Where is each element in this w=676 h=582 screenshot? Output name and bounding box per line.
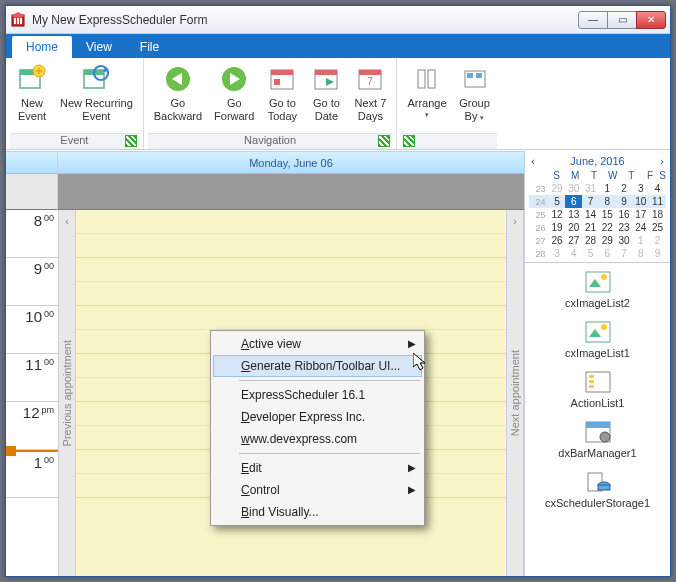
dialog-launcher-icon[interactable] (403, 135, 415, 147)
calendar-day[interactable]: 13 (565, 208, 582, 221)
mini-calendar[interactable]: ‹ June, 2016 › SMTWTFS 23293031123424567… (525, 151, 670, 263)
arrow-right-icon (218, 63, 250, 95)
svg-rect-33 (586, 322, 610, 342)
groupby-button[interactable]: Group By ▾ (453, 61, 497, 133)
group-icon (459, 63, 491, 95)
time-ruler: 800 900 1000 1100 12pm 100 (6, 210, 58, 576)
go-date-button[interactable]: Go to Date (304, 61, 348, 133)
cal-prev-icon[interactable]: ‹ (531, 155, 541, 167)
calendar-day[interactable]: 20 (565, 221, 582, 234)
calendar-day[interactable]: 3 (549, 247, 566, 260)
calendar-week-icon: 7 (354, 63, 386, 95)
calendar-day[interactable]: 6 (599, 247, 616, 260)
tab-home[interactable]: Home (12, 36, 72, 58)
calendar-day[interactable]: 8 (599, 195, 616, 208)
calendar-day[interactable]: 31 (582, 182, 599, 195)
calendar-day[interactable]: 9 (649, 247, 666, 260)
go-forward-button[interactable]: Go Forward (208, 61, 260, 133)
calendar-day[interactable]: 17 (632, 208, 649, 221)
component-item[interactable]: cxImageList2 (525, 269, 670, 309)
ribbon-group-event: New Event New Recurring Event Event (6, 58, 144, 149)
menu-item[interactable]: Control▶ (213, 479, 422, 501)
calendar-day[interactable]: 7 (616, 247, 633, 260)
next-appointment-button[interactable]: › Next appointment (506, 210, 524, 576)
calendar-day[interactable]: 1 (599, 182, 616, 195)
calendar-day[interactable]: 18 (649, 208, 666, 221)
menu-item[interactable]: Developer Express Inc. (213, 406, 422, 428)
tab-file[interactable]: File (126, 36, 173, 58)
calendar-day[interactable]: 29 (599, 234, 616, 247)
calendar-day[interactable]: 22 (599, 221, 616, 234)
menu-item[interactable]: www.devexpress.com (213, 428, 422, 450)
calendar-recurring-icon (80, 63, 112, 95)
storage-icon (584, 469, 612, 495)
calendar-day[interactable]: 4 (565, 247, 582, 260)
calendar-day[interactable]: 30 (616, 234, 633, 247)
day-header[interactable]: Monday, June 06 (58, 152, 524, 174)
calendar-day[interactable]: 21 (582, 221, 599, 234)
calendar-day[interactable]: 2 (649, 234, 666, 247)
component-item[interactable]: cxSchedulerStorage1 (525, 469, 670, 509)
arrange-button[interactable]: Arrange ▾ (401, 61, 452, 133)
menu-item[interactable]: Active view▶ (213, 333, 422, 355)
maximize-button[interactable]: ▭ (607, 11, 637, 29)
calendar-day[interactable]: 29 (549, 182, 566, 195)
dialog-launcher-icon[interactable] (378, 135, 390, 147)
calendar-day[interactable]: 5 (582, 247, 599, 260)
go-today-button[interactable]: Go to Today (260, 61, 304, 133)
go-backward-button[interactable]: Go Backward (148, 61, 208, 133)
svg-rect-29 (476, 73, 482, 78)
dialog-launcher-icon[interactable] (125, 135, 137, 147)
tab-view[interactable]: View (72, 36, 126, 58)
calendar-day[interactable]: 2 (616, 182, 633, 195)
calendar-day[interactable]: 23 (616, 221, 633, 234)
ribbon-group-label-arrange (401, 133, 496, 149)
component-item[interactable]: ActionList1 (525, 369, 670, 409)
menu-item[interactable]: Bind Visually... (213, 501, 422, 523)
calendar-day[interactable]: 1 (632, 234, 649, 247)
calendar-day[interactable]: 15 (599, 208, 616, 221)
new-recurring-button[interactable]: New Recurring Event (54, 61, 139, 133)
calendar-day[interactable]: 3 (632, 182, 649, 195)
calendar-day[interactable]: 26 (549, 234, 566, 247)
mini-calendar-grid[interactable]: SMTWTFS (529, 169, 666, 182)
ribbon: New Event New Recurring Event Event (6, 58, 670, 150)
svg-rect-20 (315, 70, 337, 75)
calendar-day[interactable]: 30 (565, 182, 582, 195)
calendar-day[interactable]: 10 (632, 195, 649, 208)
calendar-day[interactable]: 7 (582, 195, 599, 208)
menu-item[interactable]: ExpressScheduler 16.1 (213, 384, 422, 406)
allday-row[interactable] (58, 174, 524, 210)
calendar-day[interactable]: 19 (549, 221, 566, 234)
titlebar[interactable]: My New ExpressScheduler Form — ▭ ✕ (6, 6, 670, 34)
component-item[interactable]: dxBarManager1 (525, 419, 670, 459)
new-event-button[interactable]: New Event (10, 61, 54, 133)
calendar-day[interactable]: 9 (616, 195, 633, 208)
menu-item[interactable]: Edit▶ (213, 457, 422, 479)
calendar-day[interactable]: 12 (549, 208, 566, 221)
calendar-goto-icon (310, 63, 342, 95)
calendar-day[interactable]: 5 (549, 195, 566, 208)
chevron-down-icon: ▾ (480, 114, 484, 121)
calendar-day[interactable]: 28 (582, 234, 599, 247)
calendar-day[interactable]: 27 (565, 234, 582, 247)
svg-rect-41 (586, 422, 610, 428)
calendar-day[interactable]: 25 (649, 221, 666, 234)
ribbon-group-label-navigation: Navigation (148, 133, 393, 149)
component-item[interactable]: cxImageList1 (525, 319, 670, 359)
calendar-day[interactable]: 14 (582, 208, 599, 221)
svg-point-35 (601, 324, 607, 330)
next7days-button[interactable]: 7 Next 7 Days (348, 61, 392, 133)
minimize-button[interactable]: — (578, 11, 608, 29)
calendar-day[interactable]: 8 (632, 247, 649, 260)
close-button[interactable]: ✕ (636, 11, 666, 29)
calendar-day[interactable]: 6 (565, 195, 582, 208)
context-menu[interactable]: Active view▶Generate Ribbon/Toolbar UI..… (210, 330, 425, 526)
calendar-day[interactable]: 24 (632, 221, 649, 234)
cal-next-icon[interactable]: › (654, 155, 664, 167)
calendar-day[interactable]: 4 (649, 182, 666, 195)
menu-item[interactable]: Generate Ribbon/Toolbar UI... (213, 355, 422, 377)
calendar-day[interactable]: 11 (649, 195, 666, 208)
prev-appointment-button[interactable]: ‹ Previous appointment (58, 210, 76, 576)
calendar-day[interactable]: 16 (616, 208, 633, 221)
